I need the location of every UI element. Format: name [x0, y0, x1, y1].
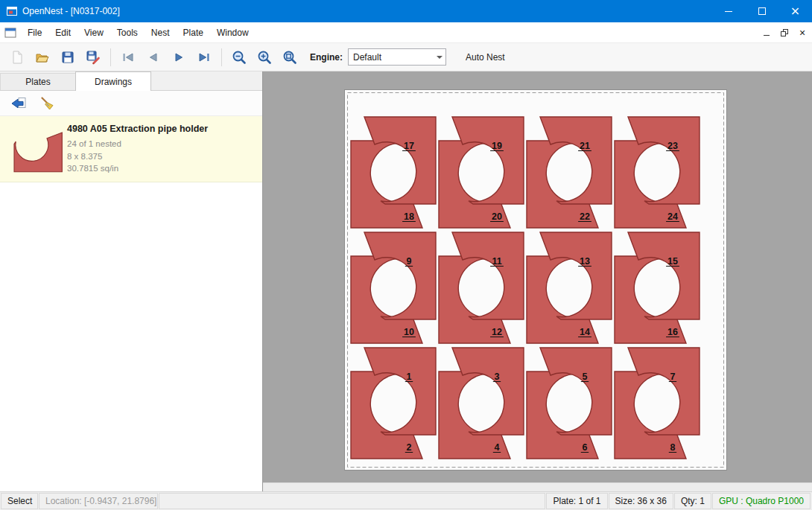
previous-plate-button[interactable] — [141, 45, 166, 69]
zoom-out-icon — [232, 50, 247, 65]
last-plate-icon — [197, 50, 212, 65]
nested-pair[interactable]: 34 — [439, 348, 524, 459]
zoom-extents-button[interactable] — [277, 45, 302, 69]
menu-window[interactable]: Window — [210, 25, 256, 41]
previous-plate-icon — [146, 50, 161, 65]
mdi-close-button[interactable]: × — [794, 25, 811, 41]
open-folder-icon — [35, 50, 50, 65]
part-number: 7 — [670, 372, 676, 382]
first-plate-button[interactable] — [115, 45, 141, 69]
part-list-item[interactable]: 4980 A05 Extraction pipe holder 24 of 1 … — [0, 116, 262, 182]
status-location: Location: [-0.9437, 21.8796] — [39, 493, 158, 509]
new-button[interactable] — [4, 45, 30, 69]
nested-pair[interactable]: 1718 — [351, 117, 436, 228]
send-to-plates-button[interactable] — [7, 93, 30, 114]
nested-pair[interactable]: 1314 — [527, 232, 612, 343]
part-number: 20 — [492, 211, 502, 222]
nested-pair[interactable]: 2324 — [615, 117, 700, 228]
application-window: OpenNest - [N0317-002] × File Edit View … — [0, 0, 812, 510]
zoom-out-button[interactable] — [226, 45, 252, 69]
plate[interactable]: 171819202122232491011121314151612345678 — [344, 89, 727, 471]
nested-pair[interactable]: 1920 — [439, 117, 524, 228]
window-title: OpenNest - [N0317-002] — [22, 6, 120, 16]
next-plate-button[interactable] — [166, 45, 191, 69]
part-number: 12 — [492, 327, 502, 337]
part-thumbnail — [4, 123, 67, 175]
send-to-plates-icon — [10, 96, 27, 111]
part-number: 17 — [404, 141, 414, 151]
part-number: 9 — [407, 256, 412, 267]
part-number: 21 — [580, 141, 590, 151]
menu-tools[interactable]: Tools — [110, 25, 145, 41]
status-spacer — [159, 493, 545, 509]
engine-select[interactable]: Default — [348, 48, 446, 66]
nest-canvas[interactable]: 171819202122232491011121314151612345678 — [263, 71, 812, 482]
menu-file[interactable]: File — [21, 25, 48, 41]
part-number: 11 — [492, 256, 501, 267]
nested-pair[interactable]: 2122 — [527, 117, 612, 228]
document-icon[interactable] — [4, 28, 16, 38]
save-button[interactable] — [55, 45, 80, 69]
main-toolbar: Engine: Default Auto Nest — [0, 43, 812, 71]
status-size: Size: 36 x 36 — [609, 493, 673, 509]
zoom-in-icon — [257, 50, 272, 65]
nested-pair[interactable]: 1516 — [615, 232, 700, 343]
save-icon — [60, 50, 75, 65]
part-number: 10 — [404, 327, 414, 337]
engine-value: Default — [349, 52, 433, 63]
nested-pair[interactable]: 1112 — [439, 232, 524, 343]
menu-nest[interactable]: Nest — [145, 25, 177, 41]
part-number: 5 — [583, 372, 588, 382]
part-number: 15 — [667, 256, 678, 267]
open-button[interactable] — [30, 45, 55, 69]
nested-pair[interactable]: 12 — [351, 348, 436, 459]
part-nested-count: 24 of 1 nested — [67, 138, 256, 150]
part-number: 23 — [667, 141, 678, 151]
part-number: 6 — [583, 442, 588, 453]
menu-view[interactable]: View — [77, 25, 110, 41]
nested-pair[interactable]: 910 — [351, 232, 436, 343]
part-number: 19 — [492, 141, 502, 151]
menu-plate[interactable]: Plate — [177, 25, 210, 41]
part-number: 2 — [407, 442, 412, 453]
last-plate-button[interactable] — [191, 45, 217, 69]
part-number: 3 — [495, 372, 500, 382]
tab-drawings[interactable]: Drawings — [75, 71, 151, 91]
maximize-button[interactable] — [745, 0, 778, 22]
next-plate-icon — [171, 50, 186, 65]
part-number: 14 — [580, 327, 590, 337]
status-plate: Plate: 1 of 1 — [546, 493, 607, 509]
parts-panel: Plates Drawings — [0, 71, 263, 491]
horizontal-scrollbar[interactable] — [263, 482, 812, 491]
part-area: 30.7815 sq/in — [67, 162, 256, 175]
zoom-extents-icon — [282, 50, 297, 65]
new-file-icon — [10, 50, 25, 65]
part-number: 24 — [667, 211, 678, 222]
mdi-minimize-button[interactable] — [758, 25, 775, 41]
zoom-in-button[interactable] — [252, 45, 277, 69]
auto-nest-button[interactable]: Auto Nest — [460, 49, 511, 66]
part-number: 4 — [495, 442, 500, 453]
minimize-button[interactable] — [711, 0, 745, 22]
save-as-button[interactable] — [80, 45, 106, 69]
status-bar: Select Location: [-0.9437, 21.8796] Plat… — [0, 491, 812, 510]
tab-plates[interactable]: Plates — [0, 73, 76, 90]
part-number: 13 — [580, 256, 590, 267]
mdi-restore-button[interactable] — [776, 25, 793, 41]
status-mode: Select — [1, 493, 38, 509]
close-button[interactable]: × — [778, 0, 812, 22]
part-list: 4980 A05 Extraction pipe holder 24 of 1 … — [0, 116, 262, 182]
nested-pair[interactable]: 78 — [615, 348, 700, 459]
engine-label: Engine: — [310, 52, 343, 63]
part-number: 8 — [670, 442, 676, 453]
clear-parts-button[interactable] — [36, 93, 58, 114]
part-number: 18 — [404, 211, 414, 222]
menu-edit[interactable]: Edit — [48, 25, 77, 41]
nested-pair[interactable]: 56 — [527, 348, 612, 459]
nest-view: 171819202122232491011121314151612345678 — [263, 71, 812, 491]
title-bar: OpenNest - [N0317-002] × — [0, 0, 812, 22]
panel-tabstrip: Plates Drawings — [0, 71, 262, 91]
save-as-icon — [86, 50, 101, 65]
broom-icon — [39, 96, 54, 111]
app-icon — [6, 5, 18, 17]
